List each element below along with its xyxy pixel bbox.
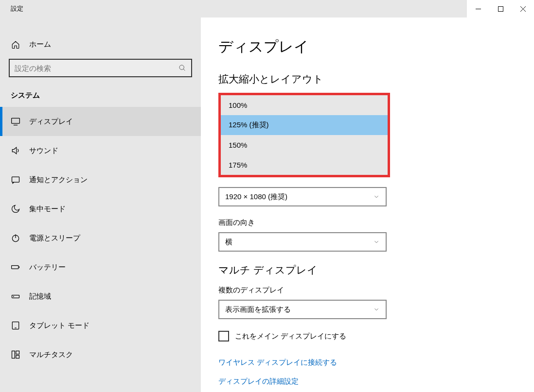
sidebar-item-tablet[interactable]: タブレット モード	[0, 311, 201, 340]
chevron-down-icon	[373, 193, 380, 200]
titlebar: 設定	[0, 0, 534, 17]
minimize-button[interactable]	[467, 0, 489, 17]
svg-rect-13	[12, 295, 19, 298]
sidebar-item-battery[interactable]: バッテリー	[0, 253, 201, 282]
search-input-wrap[interactable]	[9, 59, 192, 77]
multi-display-select[interactable]: 表示画面を拡張する	[218, 300, 387, 319]
sidebar-item-label: 通知とアクション	[29, 175, 88, 185]
window-title: 設定	[0, 4, 23, 13]
close-button[interactable]	[512, 0, 534, 17]
svg-point-14	[13, 296, 14, 297]
home-icon	[11, 40, 20, 49]
battery-icon	[11, 262, 20, 272]
content-pane: ディスプレイ 拡大縮小とレイアウト 100% 125% (推奨) 150% 17…	[201, 17, 534, 392]
orientation-select[interactable]: 横	[218, 232, 387, 252]
sidebar-item-focus[interactable]: 集中モード	[0, 194, 201, 223]
svg-rect-8	[12, 177, 19, 182]
advanced-display-link[interactable]: ディスプレイの詳細設定	[218, 377, 299, 385]
sidebar-item-label: バッテリー	[29, 263, 66, 272]
sidebar-item-label: 集中モード	[29, 205, 66, 214]
sidebar-item-multitask[interactable]: マルチタスク	[0, 340, 201, 369]
multitask-icon	[11, 350, 20, 359]
speaker-icon	[11, 146, 20, 155]
svg-rect-17	[12, 351, 15, 358]
wireless-display-link[interactable]: ワイヤレス ディスプレイに接続する	[218, 358, 516, 367]
moon-icon	[11, 204, 20, 214]
multi-display-value: 表示画面を拡張する	[225, 305, 291, 314]
sidebar-category: システム	[0, 77, 201, 107]
sidebar-item-label: マルチタスク	[29, 350, 73, 359]
svg-rect-1	[498, 6, 503, 11]
power-icon	[11, 233, 20, 243]
scale-option-125[interactable]: 125% (推奨)	[221, 115, 388, 135]
svg-line-5	[183, 69, 185, 70]
sidebar-item-storage[interactable]: 記憶域	[0, 282, 201, 311]
chevron-down-icon	[373, 306, 380, 313]
orientation-value: 横	[225, 238, 232, 247]
scale-option-175[interactable]: 175%	[221, 155, 388, 175]
chevron-down-icon	[373, 239, 380, 245]
sidebar-item-power[interactable]: 電源とスリープ	[0, 223, 201, 253]
notification-icon	[11, 175, 20, 185]
sidebar-item-notifications[interactable]: 通知とアクション	[0, 165, 201, 194]
svg-point-4	[179, 65, 184, 69]
maximize-button[interactable]	[489, 0, 512, 17]
tablet-icon	[11, 321, 20, 330]
sidebar-item-label: 電源とスリープ	[29, 234, 80, 243]
main-display-checkbox-row[interactable]: これをメイン ディスプレイにする	[218, 331, 516, 341]
home-label: ホーム	[29, 40, 51, 49]
sidebar-item-label: 記憶域	[29, 292, 51, 301]
multi-section-title: マルチ ディスプレイ	[218, 263, 516, 277]
multi-display-label: 複数のディスプレイ	[218, 286, 516, 295]
page-title: ディスプレイ	[218, 37, 516, 57]
orientation-label: 画面の向き	[218, 218, 516, 227]
monitor-icon	[11, 117, 20, 126]
svg-rect-11	[12, 266, 18, 269]
checkbox-box[interactable]	[218, 331, 229, 341]
search-input[interactable]	[15, 64, 178, 72]
scale-dropdown-open[interactable]: 100% 125% (推奨) 150% 175%	[218, 93, 390, 177]
resolution-select[interactable]: 1920 × 1080 (推奨)	[218, 187, 387, 206]
sidebar-item-label: タブレット モード	[29, 321, 89, 330]
svg-rect-18	[16, 351, 19, 355]
sidebar-item-label: ディスプレイ	[29, 117, 73, 126]
checkbox-label: これをメイン ディスプレイにする	[235, 332, 346, 341]
storage-icon	[11, 291, 20, 301]
search-icon	[178, 64, 186, 72]
sidebar: ホーム システム ディスプレイ サウンド	[0, 17, 201, 392]
home-nav[interactable]: ホーム	[0, 35, 201, 59]
scale-section-title: 拡大縮小とレイアウト	[218, 72, 516, 86]
svg-rect-19	[16, 356, 19, 358]
resolution-value: 1920 × 1080 (推奨)	[225, 192, 287, 202]
sidebar-item-label: サウンド	[29, 146, 58, 155]
scale-option-150[interactable]: 150%	[221, 135, 388, 155]
sidebar-item-sound[interactable]: サウンド	[0, 136, 201, 165]
sidebar-item-display[interactable]: ディスプレイ	[0, 107, 201, 136]
scale-option-100[interactable]: 100%	[221, 95, 388, 115]
svg-rect-6	[12, 118, 20, 123]
